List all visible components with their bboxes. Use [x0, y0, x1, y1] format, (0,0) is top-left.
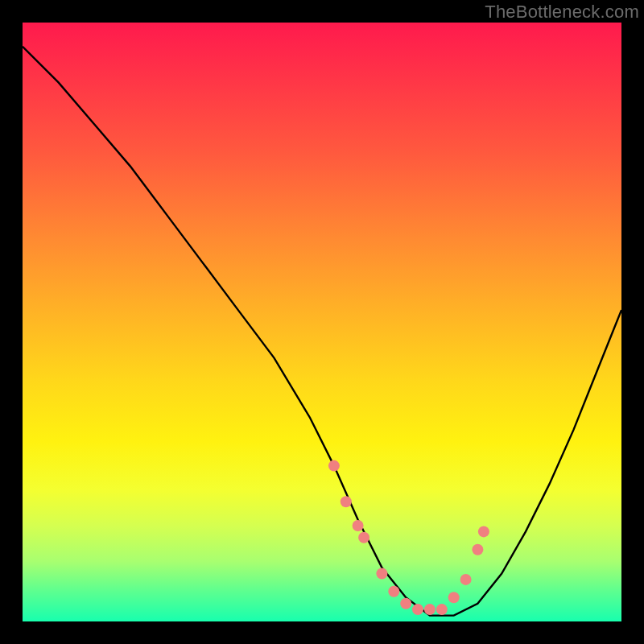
highlight-dot: [436, 604, 448, 615]
bottleneck-plot: [23, 23, 621, 621]
highlight-dot: [412, 604, 423, 615]
watermark-text: TheBottleneck.com: [485, 2, 639, 23]
highlight-dot: [448, 592, 460, 603]
bottleneck-curve: [23, 47, 621, 616]
highlight-dot: [353, 520, 364, 531]
highlight-dot: [388, 586, 399, 597]
highlight-dot: [400, 598, 411, 609]
highlight-dot: [460, 574, 472, 585]
highlight-dot: [376, 568, 387, 580]
highlight-dot: [478, 526, 489, 537]
highlight-dot: [358, 532, 369, 543]
highlight-dot: [424, 604, 436, 615]
highlight-dot: [341, 496, 352, 507]
chart-area: [23, 23, 621, 621]
highlight-dot: [472, 544, 483, 555]
highlight-dots: [328, 460, 489, 616]
highlight-dot: [328, 460, 340, 472]
